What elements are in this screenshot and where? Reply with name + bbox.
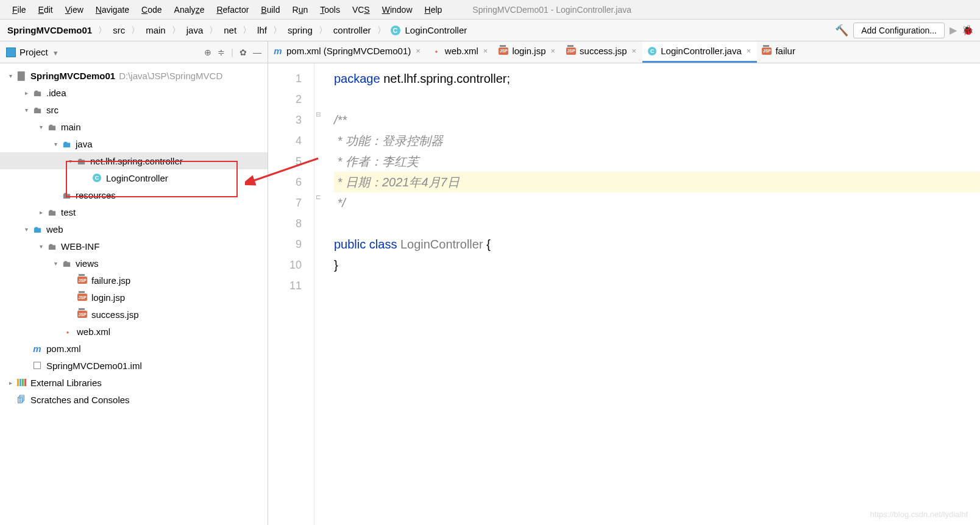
menu-help[interactable]: Help	[419, 2, 449, 17]
expand-icon[interactable]: ▾	[37, 124, 45, 130]
expand-icon[interactable]: ▾	[22, 107, 30, 113]
expand-icon[interactable]: ▸	[6, 379, 15, 386]
expand-icon[interactable]: ▾	[22, 226, 30, 233]
iml-icon	[32, 361, 43, 370]
code-content[interactable]: package net.lhf.spring.controller; /** *…	[325, 63, 980, 525]
editor-tabs: m pom.xml (SpringMVCDemo01) × ⬥ web.xml …	[268, 41, 980, 63]
tree-success-jsp[interactable]: JSP success.jsp	[0, 306, 268, 323]
menu-view[interactable]: View	[59, 2, 90, 17]
crumb-spring[interactable]: spring	[286, 24, 314, 37]
tab-webxml[interactable]: ⬥ web.xml ×	[427, 41, 494, 63]
tree-test[interactable]: ▸ 🖿 test	[0, 203, 268, 220]
jsp-icon: JSP	[77, 292, 88, 302]
tree-pom[interactable]: m pom.xml	[0, 340, 268, 357]
run-icon[interactable]: ▶	[950, 24, 957, 36]
crumb-controller[interactable]: controller	[332, 24, 372, 37]
watermark: https://blog.csdn.net/lydialhf	[870, 510, 968, 519]
close-icon[interactable]: ×	[745, 46, 753, 55]
tree-external-libs[interactable]: ▸ External Libraries	[0, 374, 268, 391]
tree-resources[interactable]: 🖿 resources	[0, 186, 268, 203]
menu-file[interactable]: File	[6, 2, 32, 17]
debug-icon[interactable]: 🐞	[962, 24, 974, 36]
collapse-icon[interactable]: ≑	[218, 48, 225, 57]
jsp-icon: JSP	[762, 46, 772, 56]
menu-tools[interactable]: Tools	[314, 2, 346, 17]
tree-web[interactable]: ▾ 🖿 web	[0, 220, 268, 238]
expand-icon[interactable]: ▾	[51, 141, 60, 147]
close-icon[interactable]: ×	[482, 46, 489, 55]
locate-icon[interactable]: ⊕	[204, 48, 211, 57]
menu-code[interactable]: Code	[135, 2, 168, 17]
close-icon[interactable]: ×	[631, 46, 638, 55]
menu-bar: File Edit View Navigate Code Analyze Ref…	[0, 0, 980, 19]
tree-java[interactable]: ▾ 🖿 java	[0, 135, 268, 152]
xml-icon: ⬥	[431, 46, 441, 56]
chevron-right-icon: 〉	[374, 25, 389, 36]
package-icon: 🖿	[76, 156, 87, 166]
folder-icon: 🖿	[46, 122, 57, 132]
tree-idea[interactable]: ▸ 🖿 .idea	[0, 84, 268, 101]
tree-main[interactable]: ▾ 🖿 main	[0, 118, 268, 135]
menu-navigate[interactable]: Navigate	[90, 2, 135, 17]
code-editor[interactable]: 1234567891011 ⊟ ⊏ package net.lhf.spring…	[268, 63, 980, 525]
class-icon: C	[91, 173, 102, 183]
project-title[interactable]: Project ▼	[20, 47, 204, 57]
tree-views[interactable]: ▾ 🖿 views	[0, 255, 268, 272]
crumb-class[interactable]: LoginController	[404, 24, 469, 37]
tree-webxml[interactable]: ⬥ web.xml	[0, 323, 268, 340]
tree-webinf[interactable]: ▾ 🖿 WEB-INF	[0, 238, 268, 255]
module-icon: ▇	[16, 71, 27, 80]
crumb-project[interactable]: SpringMVCDemo01	[6, 24, 93, 37]
tree-src[interactable]: ▾ 🖿 src	[0, 101, 268, 118]
chevron-right-icon: 〉	[168, 25, 184, 36]
settings-icon[interactable]: ✿	[240, 48, 247, 57]
tree-project-root[interactable]: ▾ ▇ SpringMVCDemo01 D:\java\JSP\SpringMV…	[0, 67, 268, 84]
expand-icon[interactable]: ▸	[22, 90, 30, 96]
tree-failure-jsp[interactable]: JSP failure.jsp	[0, 272, 268, 289]
add-configuration-button[interactable]: Add Configuration...	[853, 23, 945, 38]
hide-icon[interactable]: —	[253, 48, 261, 57]
close-icon[interactable]: ×	[414, 46, 422, 55]
menu-run[interactable]: Run	[286, 2, 314, 17]
fold-end-icon[interactable]: ⊏	[316, 194, 321, 200]
project-tree[interactable]: ▾ ▇ SpringMVCDemo01 D:\java\JSP\SpringMV…	[0, 63, 268, 412]
menu-analyze[interactable]: Analyze	[168, 2, 211, 17]
crumb-java[interactable]: java	[185, 24, 205, 37]
crumb-net[interactable]: net	[222, 24, 238, 37]
tab-failure[interactable]: JSP failur	[757, 41, 800, 63]
crumb-lhf[interactable]: lhf	[256, 24, 268, 37]
jsp-icon: JSP	[77, 309, 88, 319]
tree-iml[interactable]: SpringMVCDemo01.iml	[0, 357, 268, 374]
menu-refactor[interactable]: Refactor	[210, 2, 255, 17]
fold-start-icon[interactable]: ⊟	[316, 111, 321, 118]
toolbar-right: 🔨 Add Configuration... ▶ 🐞	[835, 23, 974, 38]
navigation-bar: SpringMVCDemo01 〉 src 〉 main 〉 java 〉 ne…	[0, 19, 980, 41]
expand-icon[interactable]: ▾	[51, 260, 60, 267]
build-icon[interactable]: 🔨	[835, 24, 848, 37]
crumb-main[interactable]: main	[144, 24, 167, 37]
tree-scratches[interactable]: 🗐 Scratches and Consoles	[0, 391, 268, 408]
folder-icon: 🖿	[32, 88, 43, 97]
expand-icon[interactable]: ▾	[66, 158, 74, 164]
expand-icon[interactable]: ▾	[6, 72, 15, 79]
expand-icon[interactable]: ▾	[37, 243, 45, 250]
crumb-src[interactable]: src	[112, 24, 126, 37]
menu-edit[interactable]: Edit	[32, 2, 59, 17]
tree-package[interactable]: ▾ 🖿 net.lhf.spring.controller	[0, 152, 268, 169]
tab-logincontroller[interactable]: C LoginController.java ×	[642, 41, 757, 63]
folder-icon: 🖿	[61, 258, 72, 268]
project-view-icon	[6, 48, 16, 57]
tab-login[interactable]: JSP login.jsp ×	[494, 41, 561, 63]
web-folder-icon: 🖿	[32, 224, 43, 234]
breadcrumb: SpringMVCDemo01 〉 src 〉 main 〉 java 〉 ne…	[6, 24, 468, 37]
menu-build[interactable]: Build	[255, 2, 286, 17]
tree-login-jsp[interactable]: JSP login.jsp	[0, 289, 268, 306]
tab-pom[interactable]: m pom.xml (SpringMVCDemo01) ×	[268, 41, 427, 63]
close-icon[interactable]: ×	[549, 46, 556, 55]
tree-controller-class[interactable]: C LoginController	[0, 169, 268, 186]
line-gutter: 1234567891011	[268, 63, 314, 525]
menu-vcs[interactable]: VCS	[346, 2, 376, 17]
expand-icon[interactable]: ▸	[37, 209, 45, 216]
menu-window[interactable]: Window	[376, 2, 419, 17]
tab-success[interactable]: JSP success.jsp ×	[561, 41, 642, 63]
